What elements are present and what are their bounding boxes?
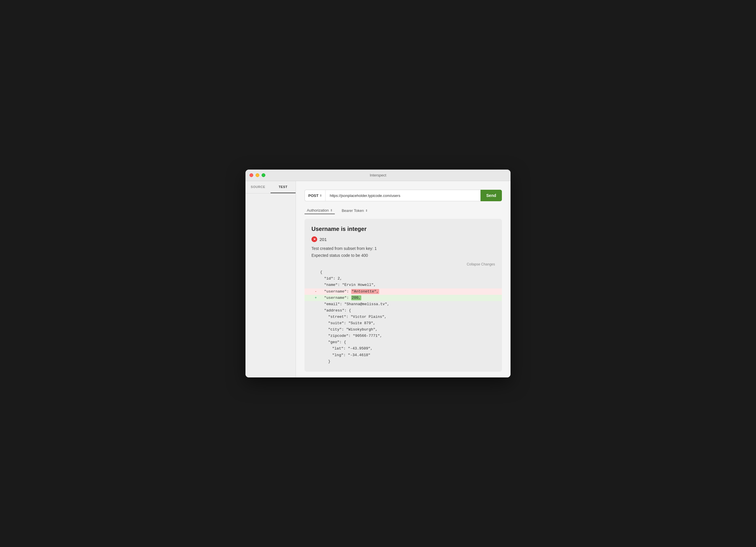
diff-content: "email": "Shanna@melissa.tv", <box>320 301 495 307</box>
collapse-changes-button[interactable]: Collapse Changes <box>311 262 495 266</box>
app-window: Interspect SOURCE TEST POST ⇕ Send <box>245 170 511 377</box>
app-body: SOURCE TEST POST ⇕ Send Authorization ⇕ <box>245 181 511 377</box>
status-code: 201 <box>320 237 327 242</box>
status-row: 201 <box>311 237 495 242</box>
method-label: POST <box>308 194 318 198</box>
diff-content: "zipcode": "90566-7771", <box>320 333 495 339</box>
maximize-button[interactable] <box>262 173 265 177</box>
diff-content: "name": "Ervin Howell", <box>320 282 495 288</box>
method-arrow: ⇕ <box>320 194 322 197</box>
diff-content: "street": "Victor Plains", <box>320 314 495 320</box>
auth-bar: Authorization ⇕ Bearer Token ⇕ <box>305 207 502 214</box>
diff-content-added: "username": 200, <box>320 295 495 301</box>
status-fail-icon <box>311 237 317 242</box>
diff-container: { "id": 2, "name": "Ervin Howell", - <box>311 269 495 364</box>
authorization-arrow: ⇕ <box>330 209 332 212</box>
diff-line: "geo": { <box>311 339 495 345</box>
close-button[interactable] <box>250 173 253 177</box>
bearer-token-dropdown[interactable]: Bearer Token ⇕ <box>339 207 370 214</box>
diff-line: "lng": "-34.4618" <box>311 352 495 358</box>
added-highlight: 200, <box>351 295 361 300</box>
diff-content: "address": { <box>320 307 495 314</box>
diff-line: "id": 2, <box>311 275 495 282</box>
method-select[interactable]: POST ⇕ <box>305 190 325 201</box>
diff-line-added: + "username": 200, <box>305 295 502 301</box>
sidebar-nav: SOURCE TEST <box>245 181 296 194</box>
diff-content: "geo": { <box>320 339 495 345</box>
sidebar-tab-test[interactable]: TEST <box>271 181 296 193</box>
diff-content: "id": 2, <box>320 275 495 282</box>
minimize-button[interactable] <box>256 173 259 177</box>
diff-line: "lat": "-43.9509", <box>311 345 495 352</box>
removed-highlight: "Antonette", <box>351 289 379 294</box>
test-expected: Expected status code to be 400 <box>311 253 495 258</box>
test-panel: Username is integer 201 Test created fro… <box>305 219 502 371</box>
authorization-dropdown[interactable]: Authorization ⇕ <box>305 207 335 214</box>
bearer-arrow: ⇕ <box>365 209 368 212</box>
diff-content: } <box>320 358 495 365</box>
diff-content: "lng": "-34.4618" <box>320 352 495 358</box>
url-input[interactable] <box>325 190 480 201</box>
authorization-label: Authorization <box>307 208 329 213</box>
diff-line: "name": "Ervin Howell", <box>311 282 495 288</box>
diff-line: { <box>311 269 495 275</box>
diff-line: "city": "Wisokyburgh", <box>311 326 495 333</box>
diff-content: { <box>320 269 495 275</box>
diff-line: "address": { <box>311 307 495 314</box>
test-description: Test created from subset from key: 1 <box>311 246 495 251</box>
main-content: POST ⇕ Send Authorization ⇕ Bearer Token… <box>296 181 511 377</box>
titlebar: Interspect <box>245 170 511 181</box>
sidebar-tab-source[interactable]: SOURCE <box>245 181 271 193</box>
window-title: Interspect <box>370 173 386 177</box>
send-button[interactable]: Send <box>481 190 502 201</box>
diff-content-removed: "username": "Antonette", <box>320 288 495 295</box>
diff-content: "city": "Wisokyburgh", <box>320 326 495 333</box>
sidebar: SOURCE TEST <box>245 181 296 377</box>
diff-content: "suite": "Suite 879", <box>320 320 495 326</box>
diff-marker-removed: - <box>311 288 320 295</box>
diff-content: "lat": "-43.9509", <box>320 345 495 352</box>
diff-line: } <box>311 358 495 365</box>
bearer-label: Bearer Token <box>342 209 364 213</box>
diff-line: "email": "Shanna@melissa.tv", <box>311 301 495 307</box>
diff-line: "zipcode": "90566-7771", <box>311 333 495 339</box>
diff-line-removed: - "username": "Antonette", <box>305 288 502 295</box>
traffic-lights <box>250 173 265 177</box>
diff-marker-added: + <box>311 295 320 301</box>
test-title: Username is integer <box>311 226 495 232</box>
diff-line: "suite": "Suite 879", <box>311 320 495 326</box>
url-bar: POST ⇕ Send <box>305 190 502 201</box>
diff-line: "street": "Victor Plains", <box>311 314 495 320</box>
